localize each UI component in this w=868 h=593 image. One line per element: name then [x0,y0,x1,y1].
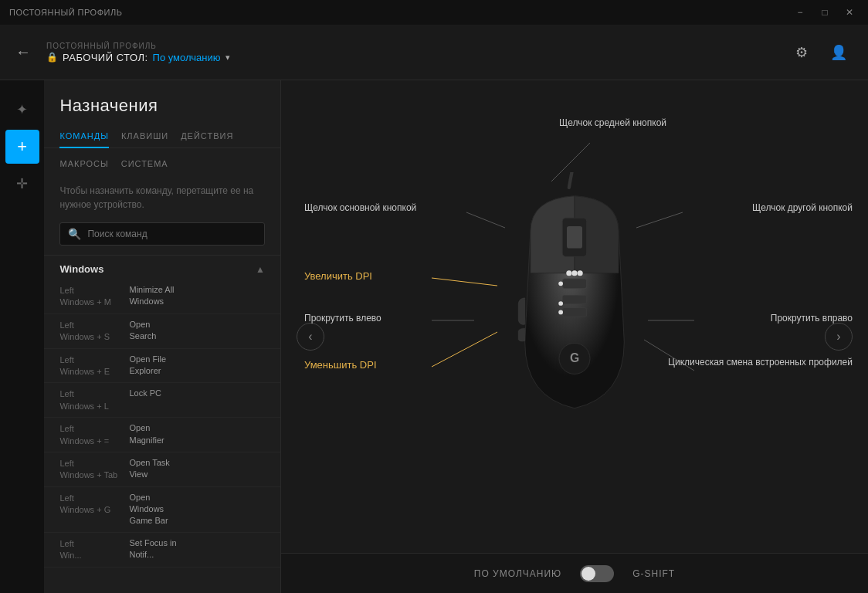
label-cycle-profiles: Циклическая смена встроенных профилей [668,355,853,369]
mouse-area: G Щелчок средней кнопкой [281,80,868,553]
command-key: LeftWindows + Tab [59,457,129,482]
commands-list[interactable]: Windows ▲ LeftWindows + M Minimize AllWi… [44,256,280,593]
svg-point-3 [571,270,577,276]
svg-rect-5 [562,279,586,289]
svg-line-19 [432,332,497,367]
command-key: LeftWindows + M [59,284,129,309]
profile-label: ПОСТОЯННЫЙ ПРОФИЛЬ [46,42,788,50]
command-name: Open TaskView [129,457,169,481]
sidebar-item-assignments[interactable]: + [5,130,39,164]
titlebar: ПОСТОЯННЫЙ ПРОФИЛЬ − □ ✕ [0,0,868,25]
sidebar-item-effects[interactable]: ✦ [5,93,39,127]
search-icon: 🔍 [68,228,81,240]
svg-point-10 [558,281,563,286]
label-scroll-middle: Щелчок средней кнопкой [559,116,666,130]
command-key: LeftWindows + = [59,422,129,447]
svg-point-2 [566,270,571,276]
command-key: LeftWindows + S [59,319,129,344]
back-button[interactable]: ← [15,43,31,61]
section-title: Windows [59,263,103,275]
list-item[interactable]: LeftWin... Set Focus inNotif... [44,533,280,568]
sidebar-item-move[interactable]: ✛ [5,167,39,201]
titlebar-controls: − □ ✕ [788,2,862,23]
search-input[interactable] [87,229,256,239]
right-area: ‹ › [281,80,868,593]
list-item[interactable]: LeftWindows + L Lock PC [44,383,280,418]
label-scroll-left: Прокрутить влево [304,311,381,325]
command-key: LeftWin... [59,537,129,562]
svg-text:G: G [570,351,579,364]
label-other-click: Щелчок другой кнопкой [752,201,853,215]
main-layout: ✦ + ✛ Назначения КОМАНДЫ КЛАВИШИ ДЕЙСТВИ… [0,80,868,593]
section-chevron-icon[interactable]: ▲ [256,264,265,275]
list-item[interactable]: LeftWindows + M Minimize AllWindows [44,280,280,314]
label-scroll-right: Прокрутить вправо [771,311,853,325]
profile-dropdown-arrow[interactable]: ▾ [225,53,230,63]
minimize-button[interactable]: − [788,2,812,23]
tab-macros[interactable]: МАКРОСЫ [59,154,108,173]
command-name: OpenWindowsGame Bar [129,492,168,527]
windows-section-header: Windows ▲ [44,256,280,280]
label-decrease-dpi[interactable]: Уменьшить DPI [304,357,377,373]
add-icon: + [17,137,27,157]
command-key: LeftWindows + G [59,492,129,517]
command-name: Open FileExplorer [129,354,166,378]
effects-icon: ✦ [16,101,28,118]
close-button[interactable]: ✕ [837,2,862,23]
svg-rect-1 [567,226,582,249]
lock-icon: 🔒 [46,52,58,63]
command-name: Lock PC [129,388,161,399]
move-icon: ✛ [16,175,28,192]
mode-toggle[interactable] [580,565,614,582]
command-name: Minimize AllWindows [129,284,174,308]
profile-default-text[interactable]: По умолчанию [153,52,221,63]
list-item[interactable]: LeftWindows + Tab Open TaskView [44,452,280,487]
header-icons: ⚙ 👤 [788,39,853,66]
command-name: OpenMagnifier [129,422,164,446]
header: ← ПОСТОЯННЫЙ ПРОФИЛЬ 🔒 РАБОЧИЙ СТОЛ: По … [0,25,868,80]
profile-name-text: РАБОЧИЙ СТОЛ: [63,52,148,63]
tab-keys[interactable]: КЛАВИШИ [121,125,168,148]
sidebar-icons: ✦ + ✛ [0,80,44,593]
command-name: OpenSearch [129,319,156,343]
svg-point-11 [558,301,563,306]
bottom-bar: ПО УМОЛЧАНИЮ G-SHIFT [281,553,868,593]
command-name: Set Focus inNotif... [129,537,176,561]
svg-line-16 [432,278,497,286]
command-key: LeftWindows + L [59,388,129,412]
tabs-row2: МАКРОСЫ СИСТЕМА [44,148,280,173]
label-increase-dpi[interactable]: Увеличить DPI [304,269,372,284]
profile-button[interactable]: 👤 [825,39,853,66]
svg-point-4 [578,270,583,276]
panel-title: Назначения [44,80,280,125]
gshift-label: G-SHIFT [632,568,675,579]
svg-rect-7 [562,308,586,317]
tabs-row1: КОМАНДЫ КЛАВИШИ ДЕЙСТВИЯ [44,125,280,148]
list-item[interactable]: LeftWindows + G OpenWindowsGame Bar [44,487,280,533]
command-key: LeftWindows + E [59,354,129,378]
header-profile: ПОСТОЯННЫЙ ПРОФИЛЬ 🔒 РАБОЧИЙ СТОЛ: По ум… [46,42,788,63]
profile-name-row: 🔒 РАБОЧИЙ СТОЛ: По умолчанию ▾ [46,52,788,63]
description-text: Чтобы назначить команду, перетащите ее н… [44,173,280,222]
tab-actions[interactable]: ДЕЙСТВИЯ [181,125,233,148]
svg-point-12 [558,310,563,315]
toggle-thumb [581,567,595,581]
titlebar-title: ПОСТОЯННЫЙ ПРОФИЛЬ [9,8,122,17]
search-box[interactable]: 🔍 [59,222,265,246]
mouse-diagram: G [497,172,652,435]
tab-commands[interactable]: КОМАНДЫ [59,125,108,148]
list-item[interactable]: LeftWindows + E Open FileExplorer [44,349,280,384]
tab-system[interactable]: СИСТЕМА [121,154,168,173]
default-label: ПО УМОЛЧАНИЮ [474,568,561,579]
label-main-click: Щелчок основной кнопкой [304,201,416,215]
left-panel: Назначения КОМАНДЫ КЛАВИШИ ДЕЙСТВИЯ МАКР… [44,80,281,593]
list-item[interactable]: LeftWindows + = OpenMagnifier [44,418,280,452]
list-item[interactable]: LeftWindows + S OpenSearch [44,314,280,349]
settings-button[interactable]: ⚙ [788,39,815,66]
maximize-button[interactable]: □ [812,2,837,23]
svg-rect-6 [562,295,586,303]
